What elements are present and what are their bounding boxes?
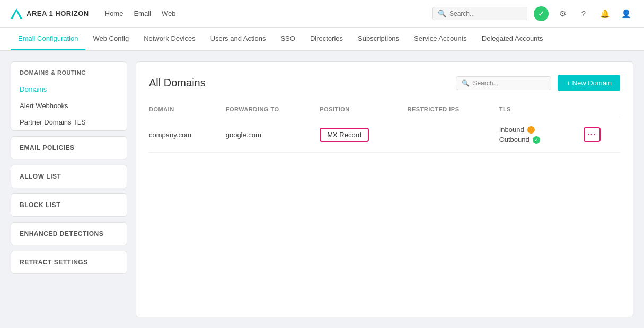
col-position: POSITION	[320, 102, 407, 117]
outbound-status-icon: ✓	[533, 136, 540, 144]
top-nav-links: Home Email Web	[105, 7, 432, 20]
position-badge: MX Record	[320, 128, 369, 142]
tab-subscriptions[interactable]: Subscriptions	[350, 28, 407, 50]
tls-inbound-row: Inbound !	[499, 126, 567, 134]
tls-outbound-row: Outbound ✓	[499, 136, 567, 144]
logo-text: AREA 1 HORIZON	[27, 10, 89, 17]
page-title: All Domains	[149, 77, 206, 89]
tab-directories[interactable]: Directories	[303, 28, 350, 50]
section-title: DOMAINS & ROUTING	[11, 62, 127, 81]
cell-domain: company.com	[149, 117, 226, 153]
cell-position: MX Record	[320, 117, 407, 153]
domain-search-input[interactable]	[473, 79, 545, 87]
tls-inbound-label: Inbound	[499, 126, 524, 134]
inbound-status-icon: !	[527, 126, 535, 134]
more-actions-button[interactable]: ···	[584, 127, 601, 142]
col-restricted-ips: RESTRICTED IPS	[407, 102, 499, 117]
sidebar-item-domains[interactable]: Domains	[11, 81, 127, 97]
help-icon[interactable]: ?	[576, 6, 591, 21]
sidebar-block-list[interactable]: BLOCK LIST	[11, 194, 127, 216]
content-area: All Domains 🔍 + New Domain DOMAIN FORWAR…	[136, 61, 633, 317]
tab-web-config[interactable]: Web Config	[85, 28, 136, 50]
logo[interactable]: AREA 1 HORIZON	[11, 8, 89, 19]
search-icon: 🔍	[438, 10, 446, 17]
tab-network-devices[interactable]: Network Devices	[136, 28, 203, 50]
tab-sso[interactable]: SSO	[273, 28, 302, 50]
cell-more-actions[interactable]: ···	[584, 117, 620, 153]
block-list-section: BLOCK LIST	[11, 193, 127, 217]
tls-cell: Inbound ! Outbound ✓	[499, 126, 567, 144]
sidebar-email-policies[interactable]: EMAIL POLICIES	[11, 137, 127, 159]
nav-web[interactable]: Web	[162, 7, 176, 20]
col-forwarding-to: FORWARDING TO	[226, 102, 320, 117]
sidebar-allow-list[interactable]: ALLOW LIST	[11, 165, 127, 188]
allow-list-section: ALLOW LIST	[11, 165, 127, 188]
domains-routing-section: DOMAINS & ROUTING Domains Alert Webhooks…	[11, 61, 127, 131]
col-tls: TLS	[499, 102, 574, 117]
tab-service-accounts[interactable]: Service Accounts	[407, 28, 474, 50]
top-nav-right: 🔍 ✓ ⚙ ? 🔔 👤	[432, 6, 633, 21]
global-search[interactable]: 🔍	[432, 7, 527, 20]
sidebar: DOMAINS & ROUTING Domains Alert Webhooks…	[11, 61, 127, 317]
sidebar-item-partner-domains-tls[interactable]: Partner Domains TLS	[11, 114, 127, 130]
main-layout: DOMAINS & ROUTING Domains Alert Webhooks…	[0, 51, 644, 328]
content-header: All Domains 🔍 + New Domain	[149, 75, 620, 91]
new-domain-button[interactable]: + New Domain	[558, 75, 620, 91]
cell-restricted-ips	[407, 117, 499, 153]
tab-users-and-actions[interactable]: Users and Actions	[203, 28, 274, 50]
status-icon[interactable]: ✓	[534, 6, 549, 21]
tls-outbound-label: Outbound	[499, 136, 530, 144]
cell-tls: Inbound ! Outbound ✓	[499, 117, 574, 153]
cell-row-actions	[574, 117, 584, 153]
cell-forwarding-to: google.com	[226, 117, 320, 153]
email-policies-section: EMAIL POLICIES	[11, 136, 127, 159]
sidebar-item-alert-webhooks[interactable]: Alert Webhooks	[11, 97, 127, 114]
col-domain: DOMAIN	[149, 102, 226, 117]
sidebar-enhanced-detections[interactable]: ENHANCED DETECTIONS	[11, 223, 127, 245]
notifications-icon[interactable]: 🔔	[597, 6, 612, 21]
sub-nav: Email Configuration Web Config Network D…	[0, 28, 644, 51]
sidebar-retract-settings[interactable]: RETRACT SETTINGS	[11, 251, 127, 273]
domain-search[interactable]: 🔍	[456, 76, 551, 90]
col-actions-2	[584, 102, 620, 117]
settings-icon[interactable]: ⚙	[555, 6, 570, 21]
tab-email-configuration[interactable]: Email Configuration	[11, 28, 85, 50]
tab-delegated-accounts[interactable]: Delegated Accounts	[474, 28, 551, 50]
nav-email[interactable]: Email	[134, 7, 151, 20]
global-search-input[interactable]	[449, 10, 522, 17]
enhanced-detections-section: ENHANCED DETECTIONS	[11, 222, 127, 245]
domains-table: DOMAIN FORWARDING TO POSITION RESTRICTED…	[149, 102, 620, 153]
top-nav: AREA 1 HORIZON Home Email Web 🔍 ✓ ⚙ ? 🔔 …	[0, 0, 644, 28]
retract-settings-section: RETRACT SETTINGS	[11, 251, 127, 274]
nav-home[interactable]: Home	[105, 7, 123, 20]
col-actions-1	[574, 102, 584, 117]
search-icon: 🔍	[462, 79, 470, 87]
header-actions: 🔍 + New Domain	[456, 75, 620, 91]
table-row: company.com google.com MX Record Inbound…	[149, 117, 620, 153]
user-icon[interactable]: 👤	[619, 6, 633, 21]
